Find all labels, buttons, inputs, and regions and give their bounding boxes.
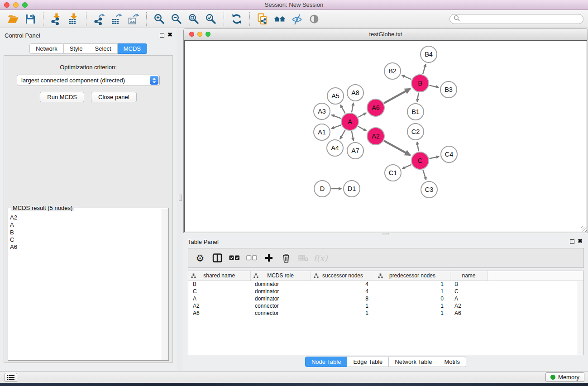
network-overview-icon[interactable] (271, 12, 288, 26)
node-A2[interactable]: A2 (367, 127, 385, 145)
edge-C-C4[interactable] (430, 157, 440, 159)
close-panel-button[interactable]: Close panel (91, 92, 137, 102)
tab-network-table[interactable]: Network Table (389, 357, 438, 367)
table-cell[interactable]: A2 (450, 302, 488, 310)
mcds-result-list[interactable]: A2ABCA6 (8, 208, 168, 251)
table-cell[interactable]: 1 (375, 310, 450, 317)
table-cell[interactable]: 1 (375, 302, 450, 310)
tab-edge-table[interactable]: Edge Table (347, 357, 389, 367)
deselect-all-icon[interactable] (244, 251, 259, 265)
graphics-details-icon[interactable] (288, 12, 306, 26)
column-header-successor-nodes[interactable]: successor nodes (311, 271, 375, 281)
table-cell[interactable]: B (188, 281, 250, 288)
table-cell[interactable]: B (450, 281, 488, 288)
resize-corner-handle[interactable] (581, 226, 587, 232)
table-scrollbar[interactable] (578, 281, 583, 355)
save-icon[interactable] (22, 12, 39, 26)
result-item[interactable]: C (10, 236, 168, 243)
tab-style[interactable]: Style (64, 43, 89, 54)
table-cell[interactable]: 8 (311, 295, 375, 302)
column-header-predecessor-nodes[interactable]: predecessor nodes (375, 271, 450, 281)
table-row[interactable]: Bdominator41B (188, 281, 583, 288)
table-cell[interactable]: A6 (450, 310, 488, 317)
optimization-select[interactable]: largest connected component (directed) (17, 75, 160, 86)
table-cell[interactable]: A (450, 295, 488, 302)
search-box[interactable] (449, 14, 583, 24)
tab-node-table[interactable]: Node Table (305, 357, 348, 367)
node-B1[interactable]: B1 (407, 103, 424, 120)
delete-icon[interactable] (279, 251, 293, 265)
node-C4[interactable]: C4 (440, 146, 458, 163)
node-B2[interactable]: B2 (384, 62, 401, 80)
node-B[interactable]: B (411, 74, 429, 92)
node-B3[interactable]: B3 (440, 81, 457, 98)
search-input[interactable] (462, 16, 579, 22)
select-all-icon[interactable] (227, 251, 242, 265)
node-A7[interactable]: A7 (347, 142, 364, 159)
table-cell[interactable]: dominator (250, 295, 311, 302)
node-A6[interactable]: A6 (367, 99, 385, 117)
result-item[interactable]: A (10, 221, 168, 229)
node-D[interactable]: D (314, 180, 331, 197)
edge-A6-B[interactable] (384, 89, 410, 103)
zoom-fit-icon[interactable] (185, 12, 202, 26)
node-A3[interactable]: A3 (313, 103, 330, 120)
table-row[interactable]: A2connector11A2 (188, 302, 583, 310)
birds-eye-view-icon[interactable] (306, 12, 323, 26)
edge-A-A7[interactable] (352, 131, 354, 141)
node-C[interactable]: C (411, 152, 429, 170)
edge-A-A5[interactable] (340, 105, 345, 114)
add-icon[interactable] (262, 251, 276, 265)
result-item[interactable]: B (10, 229, 168, 236)
edge-B-B2[interactable] (402, 75, 411, 79)
columns-icon[interactable] (210, 251, 225, 265)
network-canvas[interactable]: AA1A2A3A4A5A6A7A8BB1B2B3B4CC1C2C3C4DD1 (184, 40, 587, 232)
node-C2[interactable]: C2 (407, 123, 424, 140)
node-A1[interactable]: A1 (313, 124, 330, 141)
tab-network[interactable]: Network (29, 43, 64, 54)
show-panels-button[interactable] (5, 373, 17, 382)
run-mcds-button[interactable]: Run MCDS (40, 92, 84, 102)
table-row[interactable]: A6connector11A6 (188, 310, 583, 317)
node-A8[interactable]: A8 (347, 84, 364, 101)
refresh-layout-icon[interactable] (228, 12, 245, 26)
table-close-panel-icon[interactable]: ✖ (578, 238, 583, 245)
table-cell[interactable]: 4 (311, 281, 375, 288)
result-scrollbar[interactable] (162, 209, 168, 360)
table-cell[interactable]: 1 (311, 310, 375, 317)
table-row[interactable]: Cdominator41C (188, 288, 583, 295)
column-header-shared-name[interactable]: shared name (188, 271, 250, 281)
close-panel-icon[interactable]: ✖ (167, 31, 172, 38)
node-D1[interactable]: D1 (343, 180, 360, 197)
export-table-icon[interactable] (108, 12, 125, 26)
node-A4[interactable]: A4 (326, 139, 344, 157)
table-cell[interactable]: 4 (311, 288, 375, 295)
edge-A-A4[interactable] (340, 130, 345, 139)
column-header-name[interactable]: name (450, 271, 488, 281)
duplicate-network-icon[interactable] (254, 12, 271, 26)
result-item[interactable]: A6 (10, 243, 168, 251)
node-A5[interactable]: A5 (327, 87, 344, 105)
edge-B-B3[interactable] (429, 86, 439, 88)
float-panel-icon[interactable] (160, 33, 164, 38)
close-traffic-light[interactable] (4, 2, 10, 8)
export-image-icon[interactable] (125, 12, 142, 26)
tab-motifs[interactable]: Motifs (438, 357, 466, 367)
node-C1[interactable]: C1 (384, 164, 402, 181)
node-B4[interactable]: B4 (420, 46, 437, 63)
edge-B-B1[interactable] (417, 93, 419, 102)
edge-A-A8[interactable] (352, 103, 354, 112)
table-cell[interactable]: 1 (375, 288, 450, 295)
column-header-MCDS-role[interactable]: MCDS role (250, 271, 311, 281)
splitter-grip[interactable] (179, 195, 182, 201)
zoom-out-icon[interactable] (168, 12, 185, 26)
table-cell[interactable]: A6 (188, 310, 250, 317)
edge-B-B4[interactable] (423, 64, 426, 74)
node-C3[interactable]: C3 (421, 181, 438, 198)
zoom-traffic-light[interactable] (22, 2, 28, 8)
table-cell[interactable]: A (188, 295, 250, 302)
table-row[interactable]: Adominator80A (188, 295, 583, 302)
table-cell[interactable]: dominator (250, 281, 311, 288)
zoom-in-icon[interactable] (151, 12, 168, 26)
tab-mcds[interactable]: MCDS (118, 43, 147, 54)
